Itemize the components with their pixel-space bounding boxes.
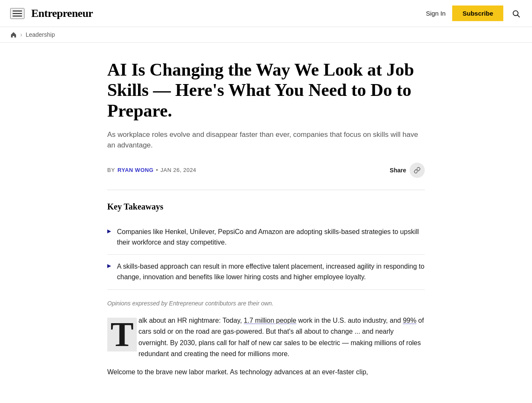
drop-cap-letter: T <box>107 318 137 351</box>
takeaway-item-2: ▶ A skills-based approach can result in … <box>107 255 425 290</box>
opinions-disclaimer: Opinions expressed by Entrepreneur contr… <box>107 300 425 307</box>
drop-cap-text: alk about an HR nightmare: Today, 1.7 mi… <box>138 315 425 360</box>
main-content: AI Is Changing the Way We Look at Job Sk… <box>97 43 435 395</box>
breadcrumb-home-link[interactable] <box>10 31 17 38</box>
search-icon <box>512 9 520 18</box>
meta-dot: • <box>156 167 158 173</box>
author-link[interactable]: RYAN WONG <box>117 167 153 173</box>
takeaway-text-1: Companies like Henkel, Unilever, PepsiCo… <box>117 227 425 248</box>
svg-line-1 <box>518 15 520 17</box>
search-button[interactable] <box>510 8 522 19</box>
by-label: BY <box>107 167 115 173</box>
share-label: Share <box>390 167 406 174</box>
article-meta-left: BY RYAN WONG • JAN 26, 2024 <box>107 167 196 173</box>
link-99-percent[interactable]: 99% <box>403 317 416 324</box>
article-title: AI Is Changing the Way We Look at Job Sk… <box>107 60 425 121</box>
breadcrumb: › Leadership <box>0 27 532 43</box>
key-takeaways-title: Key Takeaways <box>107 202 425 212</box>
link-icon <box>414 167 421 174</box>
article-subtitle: As workplace roles evolve and disappear … <box>107 129 424 151</box>
drop-cap-paragraph: T alk about an HR nightmare: Today, 1.7 … <box>107 315 425 360</box>
takeaway-item-1: ▶ Companies like Henkel, Unilever, Pepsi… <box>107 220 425 255</box>
menu-toggle-button[interactable] <box>10 8 24 19</box>
article-next-paragraph: Welcome to the brave new labor market. A… <box>107 367 425 378</box>
breadcrumb-separator: › <box>20 31 22 38</box>
share-area: Share <box>390 163 425 178</box>
home-icon <box>10 31 17 38</box>
takeaway-arrow-1: ▶ <box>107 228 111 248</box>
header-left: Entrepreneur <box>10 7 93 20</box>
site-logo[interactable]: Entrepreneur <box>31 7 93 20</box>
takeaway-text-2: A skills-based approach can result in mo… <box>117 261 425 283</box>
header-right: Sign In Subscribe <box>426 5 522 21</box>
share-link-button[interactable] <box>410 163 425 178</box>
site-header: Entrepreneur Sign In Subscribe <box>0 0 532 27</box>
sign-in-button[interactable]: Sign In <box>426 10 446 17</box>
takeaway-arrow-2: ▶ <box>107 263 111 283</box>
article-meta: BY RYAN WONG • JAN 26, 2024 Share <box>107 163 425 178</box>
divider <box>107 190 425 190</box>
subscribe-button[interactable]: Subscribe <box>452 5 503 21</box>
link-1.7-million[interactable]: 1.7 million people <box>244 317 296 324</box>
article-date: JAN 26, 2024 <box>160 167 196 173</box>
breadcrumb-section[interactable]: Leadership <box>26 31 55 38</box>
